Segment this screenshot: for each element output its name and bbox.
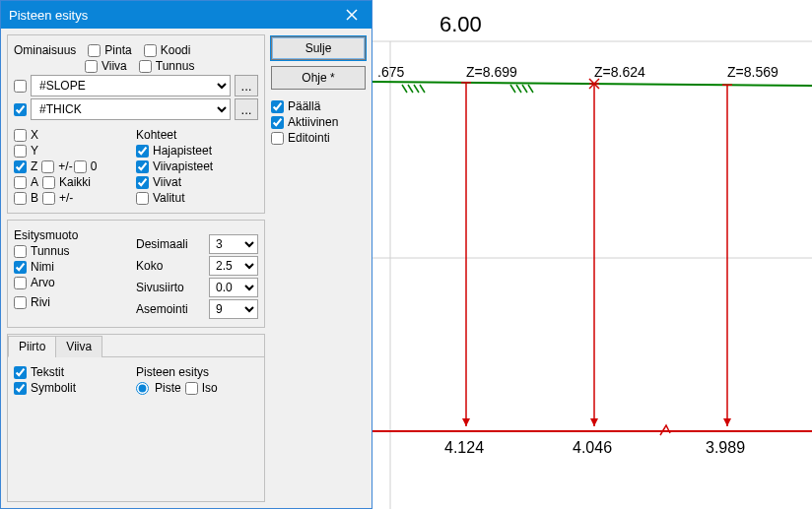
z-check[interactable]: Z: [14, 159, 37, 173]
ominaisuus-label: Ominaisuus: [14, 43, 76, 57]
hajapisteet-check[interactable]: Hajapisteet: [136, 144, 212, 158]
slope-enable-check[interactable]: [14, 80, 27, 93]
z-pm-check[interactable]: +/-: [41, 159, 72, 173]
svg-text:4.124: 4.124: [444, 439, 484, 456]
tab-bar: Piirto Viiva: [8, 335, 264, 357]
sivusiirto-select[interactable]: 0.0: [209, 278, 258, 297]
svg-line-12: [516, 85, 521, 93]
svg-text:Z=8.624: Z=8.624: [594, 64, 645, 80]
dialog-window: Pisteen esitys Ominaisuus Pinta Koodi Vi…: [0, 0, 372, 509]
dialog-content: Ominaisuus Pinta Koodi Viiva Tunnus #SLO…: [1, 29, 372, 508]
svg-marker-21: [590, 418, 598, 426]
kaikki-check[interactable]: Kaikki: [42, 175, 91, 189]
a-check[interactable]: A: [14, 175, 38, 189]
slope-browse-button[interactable]: ...: [235, 75, 258, 96]
left-column: Ominaisuus Pinta Koodi Viiva Tunnus #SLO…: [7, 34, 265, 502]
svg-text:Z=8.699: Z=8.699: [466, 64, 517, 80]
svg-line-10: [420, 85, 425, 93]
aktiivinen-check[interactable]: Aktiivinen: [271, 115, 366, 129]
desimaali-select[interactable]: 3: [209, 234, 258, 254]
pisteen-esitys-label: Pisteen esitys: [136, 365, 258, 379]
koko-label: Koko: [136, 259, 163, 273]
svg-line-13: [522, 85, 527, 93]
svg-marker-18: [462, 418, 470, 426]
svg-text:6.00: 6.00: [440, 12, 482, 36]
koodi-check[interactable]: Koodi: [144, 43, 191, 57]
svg-text:3.989: 3.989: [706, 439, 745, 456]
svg-line-7: [402, 85, 407, 93]
pinta-check[interactable]: Pinta: [88, 43, 131, 57]
close-icon: [346, 9, 358, 21]
z-zero-check[interactable]: 0: [74, 159, 98, 173]
thick-enable-check[interactable]: [14, 103, 27, 116]
ominaisuus-panel: Ominaisuus Pinta Koodi Viiva Tunnus #SLO…: [7, 34, 265, 214]
sivusiirto-label: Sivusiirto: [136, 281, 184, 294]
svg-line-8: [408, 85, 413, 93]
koko-select[interactable]: 2.5: [209, 256, 258, 276]
close-button[interactable]: [332, 1, 372, 29]
symbolit-check[interactable]: Symbolit: [14, 381, 76, 395]
window-title: Pisteen esitys: [9, 8, 88, 23]
esitysmuoto-panel: Esitysmuoto Tunnus Nimi Arvo Rivi Desima…: [7, 220, 265, 328]
iso-check[interactable]: Iso: [185, 381, 218, 395]
svg-line-11: [510, 85, 515, 93]
kohteet-label: Kohteet: [136, 128, 258, 142]
svg-text:Z=8.569: Z=8.569: [727, 64, 778, 80]
ohje-button[interactable]: Ohje *: [271, 66, 366, 90]
right-column: Sulje Ohje * Päällä Aktiivinen Editointi: [271, 34, 366, 502]
chart-svg: 6.00.675Z=8.699Z=8.624Z=8.5694.1244.0463…: [372, 0, 812, 509]
kohteet-column: Kohteet Hajapisteet Viivapisteet Viivat …: [136, 126, 258, 207]
svg-text:.675: .675: [377, 64, 404, 80]
chart-area: 6.00.675Z=8.699Z=8.624Z=8.5694.1244.0463…: [372, 0, 812, 509]
viiva-check[interactable]: Viiva: [85, 59, 127, 73]
b-check[interactable]: B: [14, 191, 38, 205]
piste-radio[interactable]: Piste: [136, 381, 181, 395]
esitysmuoto-label: Esitysmuoto: [14, 228, 136, 242]
tunnus2-check[interactable]: Tunnus: [14, 244, 70, 258]
tab-piirto[interactable]: Piirto: [8, 336, 56, 357]
viivapisteet-check[interactable]: Viivapisteet: [136, 159, 213, 173]
svg-line-14: [528, 85, 533, 93]
asemointi-select[interactable]: 9: [209, 299, 258, 319]
coord-column: X Y Z +/- 0 A Kaikki B +/: [14, 126, 136, 207]
sulje-button[interactable]: Sulje: [271, 36, 366, 60]
tunnus-check[interactable]: Tunnus: [139, 59, 195, 73]
svg-text:4.046: 4.046: [573, 439, 612, 456]
svg-marker-24: [723, 418, 731, 426]
arvo-check[interactable]: Arvo: [14, 276, 55, 289]
x-check[interactable]: X: [14, 128, 38, 142]
editointi-check[interactable]: Editointi: [271, 131, 366, 145]
paalla-check[interactable]: Päällä: [271, 99, 366, 113]
slope-combo[interactable]: #SLOPE: [31, 75, 231, 96]
y-check[interactable]: Y: [14, 144, 38, 158]
titlebar: Pisteen esitys: [1, 1, 372, 29]
thick-browse-button[interactable]: ...: [235, 98, 258, 120]
tekstit-check[interactable]: Tekstit: [14, 365, 64, 379]
rivi-check[interactable]: Rivi: [14, 295, 50, 309]
b-pm-check[interactable]: +/-: [42, 191, 73, 205]
asemointi-label: Asemointi: [136, 302, 188, 316]
tab-viiva[interactable]: Viiva: [55, 336, 102, 357]
piirto-panel: Piirto Viiva Tekstit Symbolit Pisteen es…: [7, 334, 265, 502]
valitut-check[interactable]: Valitut: [136, 191, 184, 205]
thick-combo[interactable]: #THICK: [31, 98, 231, 120]
viivat-check[interactable]: Viivat: [136, 175, 181, 189]
nimi-check[interactable]: Nimi: [14, 260, 54, 274]
svg-line-9: [414, 85, 419, 93]
desimaali-label: Desimaali: [136, 237, 188, 251]
